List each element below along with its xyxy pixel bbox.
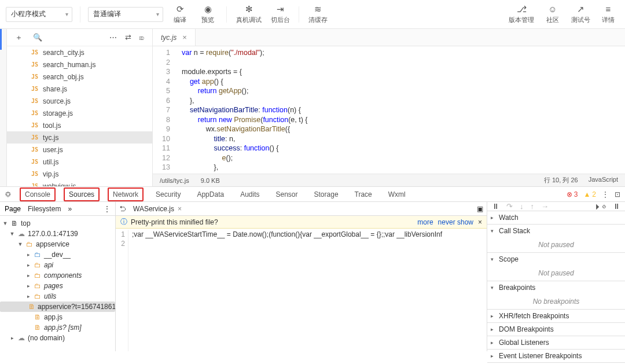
refresh-icon: ⟳ (177, 4, 184, 14)
mode-select[interactable]: 小程序模式▾ (6, 7, 72, 22)
tree-pages[interactable]: ▸🗀pages (0, 281, 115, 291)
step-icon[interactable]: → (541, 202, 549, 211)
pause-icon[interactable]: ⏸ (492, 202, 499, 211)
tree-host[interactable]: ▼☁127.0.0.1:47139 (0, 229, 115, 239)
compile-select[interactable]: 普通编译▾ (88, 7, 163, 22)
editor-tabs: tyc.js× (153, 29, 625, 46)
switch-bg-button[interactable]: ⇥切后台 (269, 4, 291, 24)
file-row[interactable]: JSsearch_obj.js (7, 71, 152, 83)
preview-button[interactable]: ◉预览 (197, 4, 219, 24)
js-icon: JS (31, 98, 38, 104)
tree-dev[interactable]: ▸🗀__dev__ (0, 249, 115, 260)
file-row[interactable]: JSvip.js (7, 168, 152, 180)
code-text[interactable]: var n = require("./modal"); module.expor… (176, 48, 625, 174)
clear-cache-button[interactable]: ≋清缓存 (307, 4, 329, 24)
js-icon: JS (31, 183, 38, 186)
show-drawer-icon[interactable]: ⮌ (119, 205, 126, 213)
pretty-more[interactable]: more (417, 218, 433, 226)
pause-exception-icon[interactable]: ⏸ (613, 202, 620, 211)
fullscreen-icon[interactable]: ▣ (477, 205, 483, 213)
pane-global[interactable]: ▸Global Listeners (487, 336, 625, 349)
more-icon[interactable]: ⋯ (109, 33, 117, 42)
tree-appjs[interactable]: 🗎app.js (0, 312, 115, 322)
file-row[interactable]: JSwebview.js (7, 180, 152, 186)
sources-editor: ⮌ WAService.js× ▣ ⓘ Pretty-print this mi… (116, 202, 487, 351)
source-file-tab[interactable]: WAService.js× (130, 205, 185, 213)
file-tree: ▼🗎top ▼☁127.0.0.1:47139 ▼🗀appservice ▸🗀_… (0, 216, 115, 351)
testid-button[interactable]: ↗测试号 (569, 4, 591, 24)
source-code-area[interactable]: 12 ;var __WAServiceStartTime__ = Date.no… (116, 229, 487, 351)
js-icon: JS (31, 134, 38, 141)
compile-button[interactable]: ⟳编译 (169, 4, 191, 24)
tree-nodomain[interactable]: ▸☁(no domain) (0, 333, 115, 343)
remote-debug-button[interactable]: ✻真机调试 (234, 4, 263, 24)
pane-watch[interactable]: ▸Watch (487, 211, 625, 224)
tree-top[interactable]: ▼🗎top (0, 218, 115, 229)
tab-console[interactable]: Console (20, 187, 56, 201)
pretty-never[interactable]: never show (438, 218, 473, 226)
file-path: /utils/tyc.js (160, 177, 189, 184)
tree-api[interactable]: ▸🗀api (0, 260, 115, 270)
tab-network[interactable]: Network (108, 187, 144, 201)
tab-storage[interactable]: Storage (310, 189, 343, 200)
pane-event[interactable]: ▸Event Listener Breakpoints (487, 350, 625, 362)
inspect-icon[interactable]: ⯐ (5, 190, 12, 198)
page-tab[interactable]: Page (5, 205, 21, 213)
pane-callstack[interactable]: ▾Call Stack (487, 225, 625, 237)
tree-components[interactable]: ▸🗀components (0, 270, 115, 281)
deactivate-bp-icon[interactable]: ⏵⊘ (594, 202, 606, 211)
language: JavaScript (589, 176, 618, 185)
pane-breakpoints[interactable]: ▾Breakpoints (487, 281, 625, 294)
eye-icon: ◉ (204, 4, 212, 14)
add-file-icon[interactable]: ＋ (15, 32, 23, 43)
pane-scope[interactable]: ▾Scope (487, 253, 625, 266)
details-button[interactable]: ≡详情 (597, 4, 619, 24)
file-row[interactable]: JStyc.js (7, 131, 152, 144)
search-icon[interactable]: 🔍 (33, 33, 42, 42)
tab-sources[interactable]: Sources (64, 187, 100, 201)
file-row[interactable]: JSshare.js (7, 83, 152, 95)
tree-appservice[interactable]: ▼🗀appservice (0, 239, 115, 249)
filesystem-tab[interactable]: Filesystem (28, 205, 61, 213)
warning-indicator[interactable]: ▲ 2 (583, 190, 596, 198)
tab-wxml[interactable]: Wxml (384, 189, 410, 200)
tree-utils[interactable]: ▸🗀utils (0, 291, 115, 302)
pane-xhr[interactable]: ▸XHR/fetch Breakpoints (487, 310, 625, 322)
close-icon[interactable]: × (478, 218, 482, 226)
file-row[interactable]: JSsearch_human.js (7, 58, 152, 71)
more-icon[interactable]: ⋮ (104, 205, 111, 213)
file-row[interactable]: JSstorage.js (7, 107, 152, 119)
file-row[interactable]: JStool.js (7, 119, 152, 131)
tree-appjssm[interactable]: 🗎app.js? [sm] (0, 322, 115, 333)
file-row[interactable]: JSsource.js (7, 95, 152, 107)
left-edge[interactable] (0, 29, 7, 186)
menu-icon: ≡ (606, 4, 611, 14)
editor-tab[interactable]: tyc.js× (153, 29, 196, 46)
file-row[interactable]: JSsearch_city.js (7, 46, 152, 58)
expand-icon[interactable]: » (68, 205, 72, 213)
step-over-icon[interactable]: ↷ (506, 202, 513, 211)
close-icon[interactable]: × (178, 205, 182, 213)
switch-icon: ⇥ (277, 4, 284, 14)
tab-sensor[interactable]: Sensor (272, 189, 302, 200)
step-out-icon[interactable]: ↑ (531, 202, 535, 211)
step-into-icon[interactable]: ↓ (520, 202, 524, 211)
file-row[interactable]: JSutil.js (7, 156, 152, 168)
tab-audits[interactable]: Audits (236, 189, 263, 200)
tab-trace[interactable]: Trace (351, 189, 376, 200)
settings-icon[interactable]: ⎄ (139, 33, 144, 42)
error-indicator[interactable]: ⊗ 3 (567, 190, 578, 198)
community-button[interactable]: ☺社区 (542, 4, 564, 24)
tab-security[interactable]: Security (152, 189, 185, 200)
pane-dom[interactable]: ▸DOM Breakpoints (487, 323, 625, 336)
file-row[interactable]: JSuser.js (7, 144, 152, 156)
js-icon: JS (31, 122, 38, 128)
devtools-close-icon[interactable]: ⊡ (615, 190, 620, 198)
tree-appservicet[interactable]: 🗎appservice?t=1567418610 (0, 302, 115, 312)
code-area[interactable]: 1234567891011121314 var n = require("./m… (153, 46, 625, 174)
close-icon[interactable]: × (182, 33, 187, 42)
devtools-more-icon[interactable]: ⋮ (602, 190, 609, 198)
tab-appdata[interactable]: AppData (193, 189, 228, 200)
version-button[interactable]: ⎇版本管理 (507, 4, 536, 24)
collapse-icon[interactable]: ⇄ (125, 33, 131, 42)
